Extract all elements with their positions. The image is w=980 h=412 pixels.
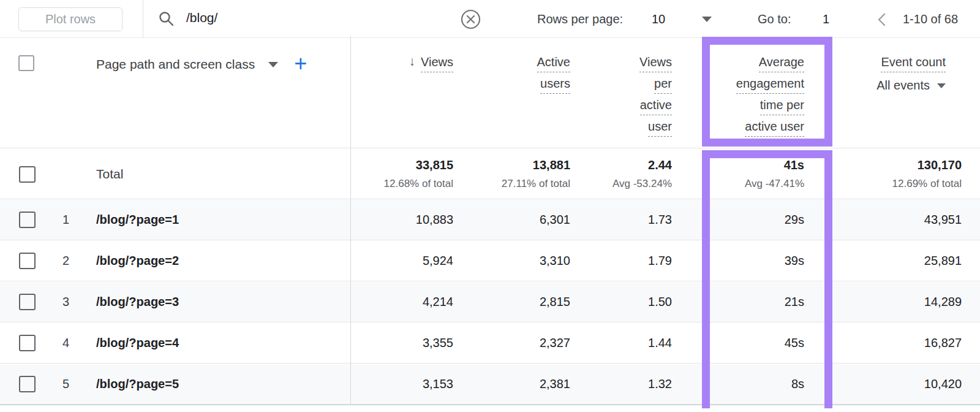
active-users-value: 6,301 — [470, 200, 589, 240]
views-value: 3,355 — [350, 323, 470, 363]
page-path: /blog/?page=1 — [78, 200, 350, 240]
row-number: 1 — [47, 200, 78, 240]
total-event-count: 130,170 12.69% of total — [830, 149, 980, 199]
avg-engagement-time-value: 8s — [692, 364, 830, 404]
select-all-checkbox[interactable] — [18, 55, 34, 71]
dimension-column-divider — [350, 36, 351, 405]
search-value: /blog/ — [186, 10, 217, 25]
table-row: 5 /blog/?page=5 3,153 2,381 1.32 8s 10,4… — [0, 364, 980, 405]
rows-per-page-value[interactable]: 10 — [652, 12, 665, 26]
dimension-header-cell: Page path and screen class + — [0, 39, 350, 148]
search-input[interactable]: /blog/ — [143, 0, 490, 38]
total-views: 33,815 12.68% of total — [350, 149, 470, 199]
views-value: 4,214 — [350, 282, 470, 322]
sort-descending-icon: ↓ — [409, 54, 416, 69]
avg-engagement-time-value: 39s — [692, 241, 830, 281]
event-count-value: 16,827 — [830, 323, 980, 363]
page-path: /blog/?page=2 — [78, 241, 350, 281]
page-path: /blog/?page=5 — [78, 364, 350, 404]
event-filter-dropdown[interactable]: All events — [876, 78, 946, 93]
total-row: Total 33,815 12.68% of total 13,881 27.1… — [0, 149, 980, 199]
table-row: 1 /blog/?page=1 10,883 6,301 1.73 29s 43… — [0, 200, 980, 240]
table-row: 2 /blog/?page=2 5,924 3,310 1.79 39s 25,… — [0, 241, 980, 281]
active-users-value: 3,310 — [470, 241, 589, 281]
avg-engagement-time-value: 21s — [692, 282, 830, 322]
views-per-active-user-value: 1.79 — [589, 241, 692, 281]
views-value: 3,153 — [350, 364, 470, 404]
active-users-value: 2,327 — [470, 323, 589, 363]
table-row: 4 /blog/?page=4 3,355 2,327 1.44 45s 16,… — [0, 323, 980, 364]
ga4-pages-report: Plot rows /blog/ Rows per page: 10 Go to… — [0, 0, 980, 412]
dimension-header-label: Page path and screen class — [96, 57, 255, 72]
views-value: 5,924 — [350, 241, 470, 281]
event-count-value: 43,951 — [830, 200, 980, 240]
caret-down-icon[interactable] — [702, 17, 712, 22]
dimension-selector[interactable]: Page path and screen class + — [96, 57, 307, 72]
active-users-value: 2,815 — [470, 282, 589, 322]
table-toolbar: Plot rows /blog/ Rows per page: 10 Go to… — [0, 0, 980, 38]
row-number: 2 — [47, 241, 78, 281]
active-users-value: 2,381 — [470, 364, 589, 404]
event-count-value: 10,420 — [830, 364, 980, 404]
column-header-active-users[interactable]: Active users — [470, 39, 589, 148]
clear-search-button[interactable] — [461, 9, 481, 29]
add-dimension-button[interactable]: + — [294, 58, 307, 70]
total-active-users: 13,881 27.11% of total — [470, 149, 589, 199]
table-bottom-border — [0, 404, 980, 405]
event-count-value: 25,891 — [830, 241, 980, 281]
row-checkbox[interactable] — [19, 376, 36, 392]
row-number: 4 — [47, 323, 78, 363]
table-row: 3 /blog/?page=3 4,214 2,815 1.50 21s 14,… — [0, 282, 980, 322]
total-label: Total — [78, 149, 350, 199]
goto-page-input[interactable]: 1 — [823, 12, 829, 26]
page-path: /blog/?page=4 — [78, 323, 350, 363]
row-checkbox[interactable] — [19, 212, 36, 228]
caret-down-icon[interactable] — [268, 62, 278, 67]
column-header-views-per-active-user[interactable]: Views per active user — [589, 39, 692, 148]
row-checkbox[interactable] — [19, 335, 36, 351]
rows-per-page-label: Rows per page: — [537, 12, 623, 26]
caret-down-icon — [937, 83, 946, 88]
total-avg-engagement-time: 41s Avg -47.41% — [692, 149, 830, 199]
row-number: 5 — [47, 364, 78, 404]
row-checkbox[interactable] — [19, 253, 36, 269]
total-views-per-active-user: 2.44 Avg -53.24% — [589, 149, 692, 199]
total-row-checkbox[interactable] — [19, 166, 36, 183]
row-number: 3 — [47, 282, 78, 322]
column-header-event-count[interactable]: Event count All events — [830, 39, 980, 148]
previous-page-button[interactable] — [875, 12, 891, 28]
column-header-avg-engagement-time[interactable]: Average engagement time per active user — [692, 39, 830, 148]
row-checkbox[interactable] — [19, 294, 36, 310]
views-per-active-user-value: 1.73 — [589, 200, 692, 240]
views-value: 10,883 — [350, 200, 470, 240]
plot-rows-button[interactable]: Plot rows — [18, 7, 123, 31]
avg-engagement-time-value: 29s — [692, 200, 830, 240]
goto-label: Go to: — [758, 12, 791, 26]
event-count-value: 14,289 — [830, 282, 980, 322]
views-per-active-user-value: 1.50 — [589, 282, 692, 322]
column-header-views[interactable]: ↓ Views — [350, 39, 470, 148]
avg-engagement-time-value: 45s — [692, 323, 830, 363]
table-header-row: Page path and screen class + ↓ Views Act… — [0, 39, 980, 148]
search-icon — [158, 10, 175, 27]
page-path: /blog/?page=3 — [78, 282, 350, 322]
views-per-active-user-value: 1.32 — [589, 364, 692, 404]
views-per-active-user-value: 1.44 — [589, 323, 692, 363]
pagination-range: 1-10 of 68 — [903, 12, 958, 26]
